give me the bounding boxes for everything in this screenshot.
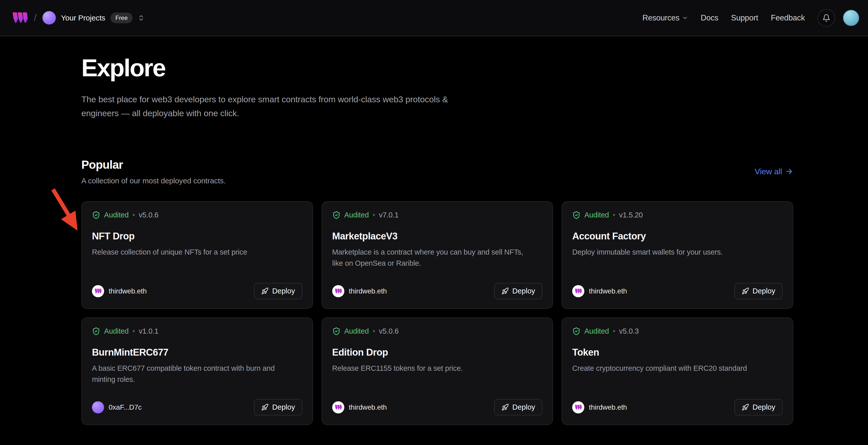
deploy-button[interactable]: Deploy bbox=[494, 283, 542, 299]
thirdweb-publisher-avatar bbox=[92, 285, 104, 297]
main-content: Explore The best place for web3 develope… bbox=[0, 54, 868, 425]
shield-check-icon bbox=[572, 327, 581, 336]
view-all-link[interactable]: View all bbox=[755, 167, 793, 176]
dot-separator: • bbox=[613, 211, 615, 219]
chevrons-up-down-icon[interactable] bbox=[138, 14, 145, 22]
shield-check-icon bbox=[572, 211, 581, 219]
team-avatar[interactable] bbox=[42, 11, 56, 25]
nav-docs[interactable]: Docs bbox=[701, 13, 718, 23]
popular-section-title: Popular bbox=[81, 158, 226, 171]
rocket-icon bbox=[261, 287, 269, 295]
page-title: Explore bbox=[81, 54, 793, 82]
header-nav: Resources Docs Support Feedback bbox=[643, 13, 805, 23]
deploy-button[interactable]: Deploy bbox=[254, 283, 302, 299]
deploy-label: Deploy bbox=[752, 403, 775, 411]
publisher-link[interactable]: thirdweb.eth bbox=[572, 285, 627, 297]
chevron-down-icon bbox=[682, 15, 688, 21]
page-subtitle: The best place for web3 developers to ex… bbox=[81, 92, 468, 121]
dot-separator: • bbox=[373, 327, 375, 336]
audited-badge: Audited bbox=[344, 327, 369, 336]
audited-badge: Audited bbox=[344, 211, 369, 219]
deploy-label: Deploy bbox=[272, 403, 295, 411]
deploy-button[interactable]: Deploy bbox=[734, 399, 783, 415]
contract-card-edition-drop[interactable]: Audited • v5.0.6 Edition Drop Release ER… bbox=[321, 317, 553, 425]
publisher-link[interactable]: thirdweb.eth bbox=[332, 285, 387, 297]
audited-badge: Audited bbox=[584, 327, 609, 336]
contract-card-grid: Audited • v5.0.6 NFT Drop Release collec… bbox=[81, 201, 793, 425]
top-header: / Your Projects Free Resources Docs Supp… bbox=[0, 0, 868, 36]
thirdweb-publisher-avatar bbox=[332, 285, 344, 297]
notifications-button[interactable] bbox=[817, 9, 835, 27]
dot-separator: • bbox=[613, 327, 615, 336]
publisher-name[interactable]: thirdweb.eth bbox=[108, 287, 147, 295]
rocket-icon bbox=[501, 287, 509, 295]
dot-separator: • bbox=[132, 211, 135, 219]
deploy-label: Deploy bbox=[512, 287, 535, 295]
deploy-label: Deploy bbox=[512, 403, 535, 411]
user-avatar[interactable] bbox=[843, 9, 860, 26]
dot-separator: • bbox=[132, 327, 135, 336]
nav-resources[interactable]: Resources bbox=[643, 13, 688, 23]
contract-card-burnminterc677[interactable]: Audited • v1.0.1 BurnMintERC677 A basic … bbox=[81, 317, 313, 425]
contract-title[interactable]: BurnMintERC677 bbox=[92, 347, 302, 358]
publisher-name[interactable]: thirdweb.eth bbox=[349, 403, 387, 411]
rocket-icon bbox=[261, 404, 269, 411]
rocket-icon bbox=[501, 404, 509, 411]
contract-card-account-factory[interactable]: Audited • v1.5.20 Account Factory Deploy… bbox=[562, 201, 793, 309]
deploy-button[interactable]: Deploy bbox=[734, 283, 783, 299]
deploy-button[interactable]: Deploy bbox=[494, 399, 542, 415]
contract-description: Deploy immutable smart wallets for your … bbox=[572, 247, 774, 258]
contract-version: v1.5.20 bbox=[619, 211, 643, 219]
deploy-button[interactable]: Deploy bbox=[254, 399, 302, 415]
publisher-name[interactable]: thirdweb.eth bbox=[589, 287, 627, 295]
team-name[interactable]: Your Projects bbox=[61, 13, 105, 22]
contract-description: Release collection of unique NFTs for a … bbox=[92, 247, 294, 258]
shield-check-icon bbox=[92, 327, 100, 336]
thirdweb-publisher-avatar bbox=[572, 401, 584, 413]
nav-support[interactable]: Support bbox=[731, 13, 758, 23]
rocket-icon bbox=[742, 404, 749, 411]
publisher-link[interactable]: 0xaF...D7c bbox=[92, 401, 142, 413]
rocket-icon bbox=[742, 287, 749, 295]
publisher-link[interactable]: thirdweb.eth bbox=[332, 401, 387, 413]
contract-description: A basic ERC677 compatible token contract… bbox=[92, 363, 294, 385]
arrow-right-icon bbox=[785, 167, 793, 176]
contract-title[interactable]: NFT Drop bbox=[92, 231, 302, 242]
view-all-label: View all bbox=[755, 167, 782, 176]
breadcrumb-separator: / bbox=[34, 12, 36, 23]
contract-title[interactable]: Account Factory bbox=[572, 231, 783, 242]
contract-version: v1.0.1 bbox=[139, 327, 158, 336]
thirdweb-logo-icon[interactable] bbox=[12, 12, 28, 24]
contract-card-marketplacev3[interactable]: Audited • v7.0.1 MarketplaceV3 Marketpla… bbox=[321, 201, 553, 309]
publisher-name[interactable]: 0xaF...D7c bbox=[108, 403, 142, 411]
contract-card-token[interactable]: Audited • v5.0.3 Token Create cryptocurr… bbox=[562, 317, 793, 425]
publisher-link[interactable]: thirdweb.eth bbox=[572, 401, 627, 413]
contract-version: v7.0.1 bbox=[379, 211, 399, 219]
contract-title[interactable]: Edition Drop bbox=[332, 347, 542, 358]
audited-badge: Audited bbox=[104, 327, 129, 336]
team-picker[interactable]: Your Projects Free bbox=[42, 11, 145, 25]
publisher-name[interactable]: thirdweb.eth bbox=[349, 287, 387, 295]
audited-badge: Audited bbox=[584, 211, 609, 219]
audited-badge: Audited bbox=[104, 211, 129, 219]
contract-title[interactable]: MarketplaceV3 bbox=[332, 231, 542, 242]
contract-description: Release ERC1155 tokens for a set price. bbox=[332, 363, 534, 374]
deploy-label: Deploy bbox=[752, 287, 775, 295]
dot-separator: • bbox=[373, 211, 375, 219]
publisher-link[interactable]: thirdweb.eth bbox=[92, 285, 147, 297]
contract-description: Create cryptocurrency compliant with ERC… bbox=[572, 363, 774, 374]
contract-title[interactable]: Token bbox=[572, 347, 783, 358]
thirdweb-publisher-avatar bbox=[332, 401, 344, 413]
bell-icon bbox=[822, 14, 830, 22]
contract-version: v5.0.6 bbox=[379, 327, 399, 336]
nav-feedback[interactable]: Feedback bbox=[771, 13, 805, 23]
contract-description: Marketplace is a contract where you can … bbox=[332, 247, 534, 269]
plan-badge: Free bbox=[111, 12, 133, 23]
publisher-avatar bbox=[92, 401, 104, 413]
thirdweb-publisher-avatar bbox=[572, 285, 584, 297]
shield-check-icon bbox=[332, 327, 341, 336]
nav-resources-label: Resources bbox=[643, 13, 680, 23]
popular-section-subtitle: A collection of our most deployed contra… bbox=[81, 177, 226, 185]
contract-card-nft-drop[interactable]: Audited • v5.0.6 NFT Drop Release collec… bbox=[81, 201, 313, 309]
publisher-name[interactable]: thirdweb.eth bbox=[589, 403, 627, 411]
